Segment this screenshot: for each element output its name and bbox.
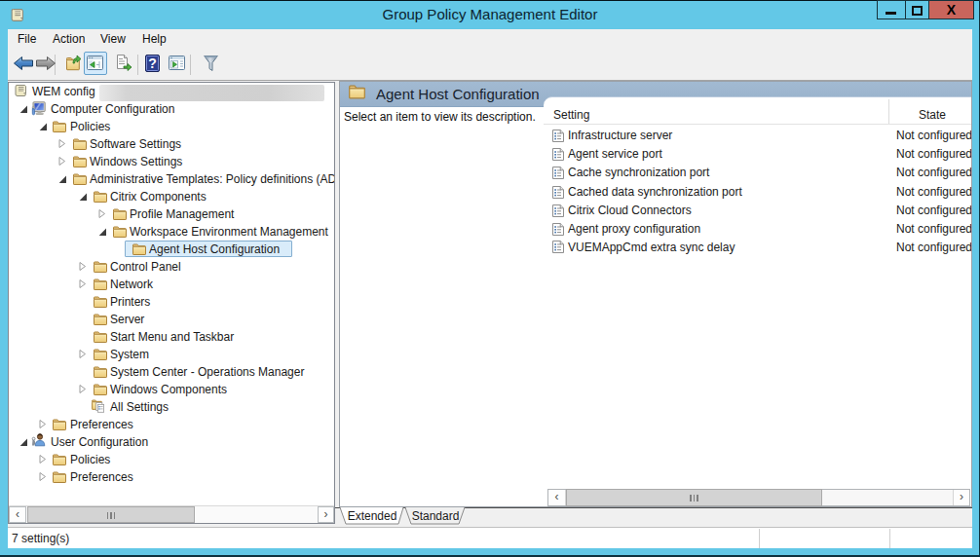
svg-text:Standard: Standard: [412, 509, 460, 523]
svg-text:Extended: Extended: [348, 509, 397, 523]
